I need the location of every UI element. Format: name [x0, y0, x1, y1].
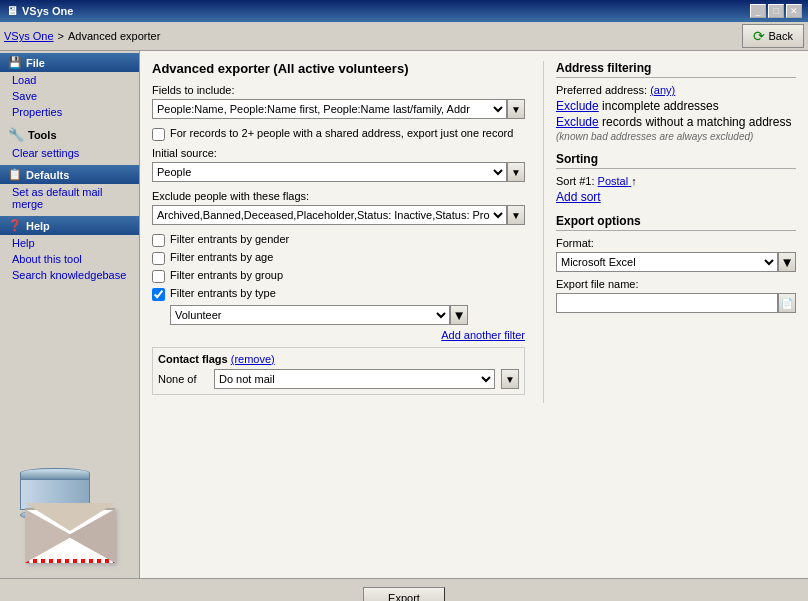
sidebar-link-properties[interactable]: Properties: [0, 104, 139, 120]
minimize-button[interactable]: _: [750, 4, 766, 18]
add-sort-link[interactable]: Add sort: [556, 190, 601, 204]
tools-icon: 🔧: [8, 127, 24, 142]
sidebar-link-load[interactable]: Load: [0, 72, 139, 88]
filename-browse-btn[interactable]: 📄: [778, 293, 796, 313]
sort1-dir: ↑: [631, 175, 637, 187]
volunteer-btn[interactable]: ▼: [450, 305, 468, 325]
filter-type-row: Filter entrants by type: [152, 287, 525, 301]
sidebar-link-search-kb[interactable]: Search knowledgebase: [0, 267, 139, 283]
defaults-icon: 📋: [8, 168, 22, 181]
do-not-mail-select[interactable]: Do not mail: [214, 369, 495, 389]
fields-label: Fields to include:: [152, 84, 525, 96]
exclude-incomplete-text: incomplete addresses: [602, 99, 719, 113]
page-title: Advanced exporter (All active volunteers…: [152, 61, 525, 76]
shared-address-row: For records to 2+ people with a shared a…: [152, 127, 525, 141]
shared-address-checkbox[interactable]: [152, 128, 165, 141]
filename-row: 📄: [556, 293, 796, 313]
filename-input[interactable]: [556, 293, 778, 313]
filename-label: Export file name:: [556, 278, 796, 290]
menu-bar: VSys One > Advanced exporter ⟳ Back: [0, 22, 808, 51]
filter-age-label: Filter entrants by age: [170, 251, 273, 263]
preferred-address-link[interactable]: (any): [650, 84, 675, 96]
breadcrumb-root[interactable]: VSys One: [4, 30, 54, 42]
filter-group-label: Filter entrants by group: [170, 269, 283, 281]
sidebar: 💾 File Load Save Properties 🔧 Tools Clea…: [0, 51, 140, 578]
sidebar-link-help[interactable]: Help: [0, 235, 139, 251]
format-label: Format:: [556, 237, 796, 249]
fields-dropdown-btn[interactable]: ▼: [507, 99, 525, 119]
initial-source-label: Initial source:: [152, 147, 525, 159]
address-filtering-title: Address filtering: [556, 61, 796, 78]
filter-age-row: Filter entrants by age: [152, 251, 525, 265]
sort1-row: Sort #1: Postal ↑: [556, 175, 796, 187]
filter-group-checkbox[interactable]: [152, 270, 165, 283]
filter-gender-row: Filter entrants by gender: [152, 233, 525, 247]
breadcrumb-current: Advanced exporter: [68, 30, 160, 42]
sidebar-illustration: [0, 448, 139, 578]
format-select[interactable]: Microsoft Excel CSV Tab-delimited: [556, 252, 778, 272]
none-of-label: None of: [158, 373, 208, 385]
format-row: Microsoft Excel CSV Tab-delimited ▼: [556, 252, 796, 272]
exclude-no-match-link[interactable]: Exclude: [556, 115, 599, 129]
title-bar: 🖥 VSys One _ □ ✕: [0, 0, 808, 22]
fields-row: People:Name, People:Name first, People:N…: [152, 99, 525, 119]
bottom-bar: Export: [0, 578, 808, 601]
sidebar-help-header: ❓ Help: [0, 216, 139, 235]
volunteer-row: Volunteer ▼: [170, 305, 525, 325]
sidebar-file-header: 💾 File: [0, 53, 139, 72]
shared-address-label: For records to 2+ people with a shared a…: [170, 127, 513, 139]
breadcrumb-separator: >: [58, 30, 64, 42]
maximize-button[interactable]: □: [768, 4, 784, 18]
filter-group-row: Filter entrants by group: [152, 269, 525, 283]
export-button[interactable]: Export: [363, 587, 445, 601]
contact-flags-remove-link[interactable]: (remove): [231, 353, 275, 365]
known-bad-text: (known bad addresses are always excluded…: [556, 131, 796, 142]
fields-select[interactable]: People:Name, People:Name first, People:N…: [152, 99, 507, 119]
sorting-title: Sorting: [556, 152, 796, 169]
exclude-no-match-text: records without a matching address: [602, 115, 791, 129]
sidebar-link-clear-settings[interactable]: Clear settings: [0, 145, 139, 161]
floppy-icon: 💾: [8, 56, 22, 69]
export-options-title: Export options: [556, 214, 796, 231]
exclude-flags-btn[interactable]: ▼: [507, 205, 525, 225]
filter-age-checkbox[interactable]: [152, 252, 165, 265]
sort1-link[interactable]: Postal: [598, 175, 632, 187]
filter-type-checkbox[interactable]: [152, 288, 165, 301]
back-icon: ⟳: [753, 28, 765, 44]
filter-gender-checkbox[interactable]: [152, 234, 165, 247]
exclude-flags-select[interactable]: Archived,Banned,Deceased,Placeholder,Sta…: [152, 205, 507, 225]
contact-flags-row: None of Do not mail ▼: [158, 369, 519, 389]
initial-source-btn[interactable]: ▼: [507, 162, 525, 182]
right-panel: Address filtering Preferred address: (an…: [543, 61, 796, 403]
add-filter-link[interactable]: Add another filter: [152, 329, 525, 341]
exclude-flags-label: Exclude people with these flags:: [152, 190, 525, 202]
initial-source-select[interactable]: People: [152, 162, 507, 182]
exclude-incomplete-link[interactable]: Exclude: [556, 99, 599, 113]
content-area: Advanced exporter (All active volunteers…: [140, 51, 808, 578]
window-title: VSys One: [22, 5, 73, 17]
preferred-address-row: Preferred address: (any): [556, 84, 796, 96]
back-button[interactable]: ⟳ Back: [742, 24, 804, 48]
help-icon: ❓: [8, 219, 22, 232]
filter-gender-label: Filter entrants by gender: [170, 233, 289, 245]
sidebar-tools-header: 🔧 Tools: [0, 124, 139, 145]
app-icon: 🖥: [6, 4, 18, 18]
close-button[interactable]: ✕: [786, 4, 802, 18]
do-not-mail-btn[interactable]: ▼: [501, 369, 519, 389]
sidebar-link-about[interactable]: About this tool: [0, 251, 139, 267]
format-btn[interactable]: ▼: [778, 252, 796, 272]
contact-flags-section: Contact flags (remove) None of Do not ma…: [152, 347, 525, 395]
sidebar-link-save[interactable]: Save: [0, 88, 139, 104]
filter-type-label: Filter entrants by type: [170, 287, 276, 299]
contact-flags-header: Contact flags (remove): [158, 353, 519, 365]
sidebar-defaults-header: 📋 Defaults: [0, 165, 139, 184]
sidebar-link-default-mail-merge[interactable]: Set as default mail merge: [0, 184, 139, 212]
volunteer-select[interactable]: Volunteer: [170, 305, 450, 325]
